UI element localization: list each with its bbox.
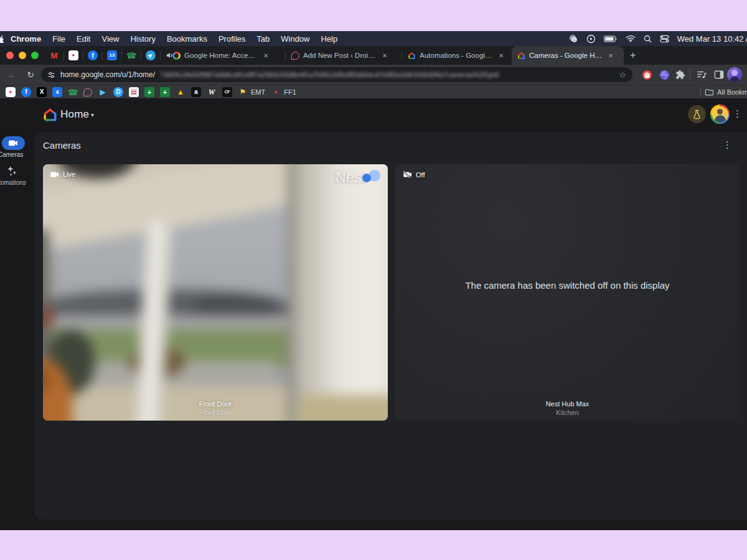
videocam-icon <box>9 139 18 147</box>
close-window-button[interactable] <box>6 52 14 59</box>
bookmark-google-play-icon[interactable]: ▶ <box>98 87 108 97</box>
url-redacted-text: 73d09c34e52f987a0b6cd41e8f7a29b5c63d8e4f… <box>160 71 614 78</box>
bookmark-docs-icon[interactable]: ▤ <box>129 87 139 97</box>
tab-automations[interactable]: Automations - Google Home ✕ <box>402 46 512 65</box>
menu-profiles[interactable]: Profiles <box>213 34 251 44</box>
bookmark-drive-icon[interactable]: ▲ <box>176 87 186 97</box>
menu-tab[interactable]: Tab <box>251 34 275 44</box>
bookmark-x-icon[interactable]: X <box>37 87 47 97</box>
bookmark-cf-icon[interactable]: CF <box>222 87 232 97</box>
home-switcher[interactable]: Home <box>60 108 89 121</box>
bookmark-a-icon[interactable]: a <box>191 87 201 97</box>
apple-logo-icon[interactable] <box>0 35 5 43</box>
menu-chrome[interactable]: Chrome <box>5 34 47 44</box>
bookmark-blue-4-icon[interactable]: 4 <box>52 87 62 97</box>
cameras-panel: Cameras ⋮ <box>34 132 747 520</box>
pinned-tab-red-app-icon[interactable]: ● <box>68 50 78 60</box>
camera-card-front-door[interactable]: Live Nest Front Door Front Door <box>43 164 388 421</box>
flask-icon <box>692 110 702 119</box>
bookmark-disqus-icon[interactable]: D <box>113 87 123 97</box>
bookmark-red-app-icon[interactable]: ● <box>6 87 16 97</box>
desktop: Chrome File Edit View History Bookmarks … <box>0 0 747 560</box>
media-controls-icon[interactable] <box>696 69 707 80</box>
bookmark-ff1-label[interactable]: FF1 <box>284 88 296 96</box>
zoom-window-button[interactable] <box>31 52 39 59</box>
extensions-puzzle-icon[interactable] <box>675 69 686 80</box>
bookmark-ff1-icon[interactable]: ● <box>271 87 281 97</box>
off-status-badge: Off <box>403 170 425 179</box>
chrome-profile-avatar[interactable] <box>727 67 742 82</box>
menu-window[interactable]: Window <box>275 34 315 44</box>
pinned-tab-separator <box>83 52 83 60</box>
tab-google-home-support[interactable]: Google Home: Access camer ✕ <box>167 46 285 65</box>
menu-view[interactable]: View <box>96 34 125 44</box>
battery-icon[interactable] <box>604 35 618 42</box>
tab-cameras-active[interactable]: Cameras - Google Home ✕ <box>512 46 624 65</box>
camera-card-nest-hub-max[interactable]: Off The camera has been switched off on … <box>395 164 740 421</box>
play-circle-icon[interactable] <box>586 34 596 44</box>
pinned-tab-gmail-icon[interactable]: M <box>49 50 59 60</box>
forward-icon[interactable]: → <box>5 69 16 80</box>
menu-file[interactable]: File <box>47 34 71 44</box>
page-overflow-menu-icon[interactable]: ⋮ <box>723 139 732 151</box>
minimize-window-button[interactable] <box>19 52 26 59</box>
bookmark-emt-label[interactable]: EMT <box>251 88 265 96</box>
camera-device-name: Front Door <box>43 400 388 408</box>
google-home-logo-icon[interactable] <box>42 107 58 123</box>
account-avatar[interactable] <box>710 105 730 124</box>
tab-close-icon[interactable]: ✕ <box>606 52 615 60</box>
new-tab-button[interactable]: + <box>624 50 642 61</box>
pinned-tab-facebook-icon[interactable]: f <box>88 50 98 60</box>
bookmark-emt-flag-icon[interactable]: ⚑ <box>238 87 248 97</box>
preview-flask-button[interactable] <box>688 105 706 123</box>
site-info-icon[interactable] <box>47 71 55 79</box>
menu-help[interactable]: Help <box>316 34 344 44</box>
bookmark-facebook-icon[interactable]: f <box>21 87 31 97</box>
pinned-tab-telegram-icon[interactable]: ▶ <box>144 49 158 63</box>
bookmark-sheets-icon[interactable]: + <box>160 87 170 97</box>
chrome-window: M ● f 13 ☎ ▶ Google Hom <box>0 46 747 530</box>
tab-close-icon[interactable]: ✕ <box>261 52 270 60</box>
chevron-down-icon[interactable]: ▾ <box>91 111 94 118</box>
folder-icon <box>705 88 713 96</box>
nest-watermark: Nest <box>336 168 379 187</box>
menu-bookmarks[interactable]: Bookmarks <box>161 34 213 44</box>
live-status-badge: Live <box>50 170 75 178</box>
adblock-extension-icon[interactable] <box>641 69 652 80</box>
bookmark-w-icon[interactable]: W <box>207 87 217 97</box>
bookmarks-bar: ● f X 4 ☎ ▶ D ▤ + + ▲ a W CF ⚑ EMT ● FF1 <box>0 85 747 99</box>
bookmark-chat-bubble-icon[interactable] <box>83 88 92 96</box>
side-panel-icon[interactable] <box>713 69 725 80</box>
wifi-icon[interactable] <box>626 35 636 42</box>
control-center-icon[interactable] <box>660 35 669 43</box>
bookmark-star-icon[interactable]: ☆ <box>619 70 626 80</box>
url-text[interactable]: home.google.com/u/1/home/ <box>60 70 155 79</box>
pinned-tab-calendar-icon[interactable]: 13 <box>107 50 117 60</box>
camera-room-name: Front Door <box>43 409 388 416</box>
videocam-off-icon <box>403 170 412 179</box>
reload-icon[interactable]: ↻ <box>25 69 36 80</box>
header-overflow-menu-icon[interactable]: ⋮ <box>733 108 742 119</box>
tab-close-icon[interactable]: ✕ <box>380 52 389 60</box>
globe-extension-icon[interactable] <box>659 69 670 80</box>
menu-datetime[interactable]: Wed Mar 13 10:42 A <box>677 34 747 44</box>
videocam-icon <box>50 171 59 178</box>
bookmark-voice-icon[interactable]: ☎ <box>68 87 78 97</box>
pinned-tab-separator <box>121 52 122 60</box>
all-bookmarks[interactable]: All Bookma <box>700 85 747 99</box>
notification-badge-icon[interactable]: 1 <box>568 34 578 43</box>
search-icon[interactable] <box>644 35 652 43</box>
pinned-tab-separator <box>141 52 141 60</box>
svg-text:1: 1 <box>573 37 576 42</box>
menu-history[interactable]: History <box>125 34 161 44</box>
google-home-favicon <box>517 52 525 60</box>
omnibox[interactable]: home.google.com/u/1/home/ 73d09c34e52f98… <box>41 67 632 82</box>
toolbar-separator <box>690 70 690 80</box>
menu-edit[interactable]: Edit <box>71 34 96 44</box>
bookmark-sheets-icon[interactable]: + <box>144 87 154 97</box>
tab-close-icon[interactable]: ✕ <box>497 52 505 60</box>
tab-droid-life[interactable]: Add New Post ‹ Droid Life — W ✕ <box>286 46 402 65</box>
pinned-tab-voice-icon[interactable]: ☎ <box>126 50 136 60</box>
nest-spinner-dark-dot <box>362 174 371 182</box>
pinned-tab-separator <box>102 52 103 60</box>
